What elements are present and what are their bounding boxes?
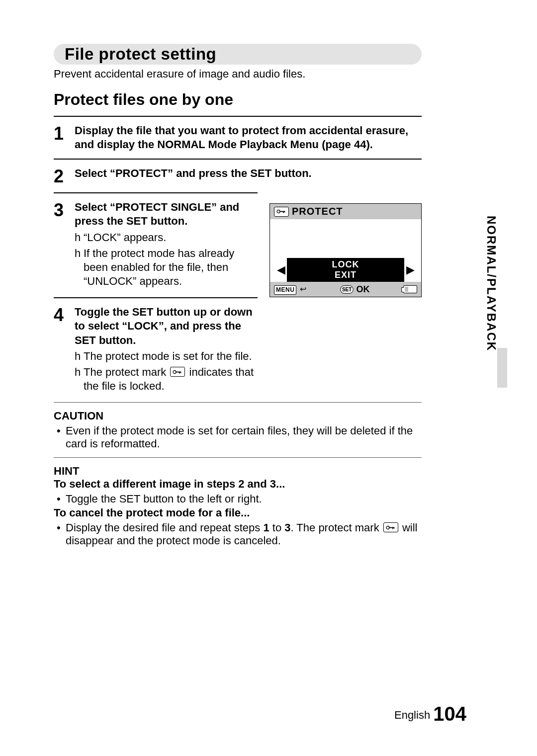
hint-list: Display the desired file and repeat step… — [54, 521, 422, 547]
step-number: 3 — [54, 201, 68, 290]
step-text: Display the file that you want to protec… — [75, 124, 422, 152]
menu-indicator: MENU ↩ — [274, 284, 306, 295]
subheading: Protect files one by one — [54, 90, 422, 109]
half-divider — [54, 297, 258, 298]
text-fragment: to — [269, 521, 285, 534]
svg-rect-5 — [280, 211, 285, 212]
step-text: Toggle the SET button up or down to sele… — [75, 305, 258, 395]
svg-rect-6 — [283, 211, 284, 213]
menu-chip: MENU — [274, 285, 296, 295]
divider — [54, 159, 422, 160]
side-tab-label: NORMAL/PLAYBACK — [484, 216, 498, 351]
list-item: The protect mode is set for the file. — [84, 349, 258, 363]
protect-key-icon — [170, 367, 185, 377]
screen-select-row: ◀ LOCK EXIT ▶ — [270, 258, 421, 282]
left-arrow-icon: ◀ — [275, 263, 287, 276]
right-arrow-icon: ▶ — [404, 263, 416, 276]
hint-list: Toggle the SET button to the left or rig… — [54, 493, 422, 505]
camera-screen: PROTECT ◀ LOCK EXIT ▶ MENU — [269, 203, 422, 297]
set-badge: SET — [340, 285, 354, 294]
half-divider — [54, 192, 258, 193]
caution-list: Even if the protect mode is set for cert… — [54, 424, 422, 450]
battery-icon — [403, 285, 417, 293]
steps-left-column: 3 Select “PROTECT SINGLE” and press the … — [54, 200, 258, 395]
text-fragment: . The protect mark — [291, 521, 382, 534]
caution-heading: CAUTION — [54, 410, 422, 422]
thin-divider — [54, 402, 422, 403]
step-title: Toggle the SET button up or down to sele… — [75, 306, 253, 346]
ok-indicator: SET OK — [340, 284, 369, 295]
return-arrow-icon: ↩ — [300, 285, 306, 293]
page-number: 104 — [433, 703, 466, 725]
screen-title: PROTECT — [292, 206, 343, 217]
svg-point-4 — [277, 210, 280, 213]
step-4: 4 Toggle the SET button up or down to se… — [54, 305, 258, 395]
list-item: The protect mark indicates that the file… — [84, 365, 258, 393]
manual-page: File protect setting Prevent accidental … — [0, 0, 537, 756]
page-footer: English 104 — [394, 703, 466, 725]
step-sub-list: “LOCK” appears. If the protect mode has … — [75, 231, 258, 289]
thin-divider — [54, 457, 422, 458]
list-item: Display the desired file and repeat step… — [66, 521, 422, 547]
ok-label: OK — [356, 284, 369, 295]
list-item: “LOCK” appears. — [84, 231, 258, 245]
svg-rect-10 — [392, 527, 393, 529]
thumb-index-mark — [497, 348, 507, 388]
svg-rect-11 — [394, 527, 395, 528]
screen-header: PROTECT — [270, 204, 421, 219]
svg-point-8 — [386, 526, 389, 529]
footer-language: English — [394, 709, 430, 721]
step-number: 4 — [54, 306, 68, 395]
hint-subheading: To select a different image in steps 2 a… — [54, 478, 422, 491]
protect-key-icon — [383, 522, 398, 532]
text-fragment: The protect mark — [84, 366, 169, 378]
svg-rect-1 — [176, 371, 181, 372]
list-item: Toggle the SET button to the left or rig… — [66, 493, 422, 505]
step-3: 3 Select “PROTECT SINGLE” and press the … — [54, 200, 258, 290]
svg-rect-2 — [179, 371, 180, 373]
screen-option: LOCK — [287, 259, 404, 270]
hint-subheading: To cancel the protect mode for a file... — [54, 506, 422, 519]
hint-heading: HINT — [54, 465, 422, 478]
text-fragment: Display the desired file and repeat step… — [66, 521, 263, 534]
intro-text: Prevent accidental erasure of image and … — [54, 68, 422, 81]
svg-rect-7 — [284, 211, 285, 213]
protect-key-icon — [274, 207, 289, 217]
step-text: Select “PROTECT” and press the SET butto… — [75, 167, 422, 185]
screen-body — [270, 219, 421, 258]
screen-option: EXIT — [287, 270, 404, 280]
section-title: File protect setting — [65, 45, 216, 63]
step-2: 2 Select “PROTECT” and press the SET but… — [54, 167, 422, 185]
screen-footer: MENU ↩ SET OK — [270, 282, 421, 297]
step-number: 2 — [54, 168, 68, 185]
step-number: 1 — [54, 125, 68, 152]
svg-point-0 — [173, 370, 176, 373]
section-header: File protect setting — [54, 44, 422, 65]
step-1: 1 Display the file that you want to prot… — [54, 124, 422, 152]
list-item: If the protect mode has already been ena… — [84, 247, 258, 288]
svg-rect-3 — [180, 371, 181, 373]
bold-number: 1 — [263, 521, 269, 534]
step-title: Select “PROTECT SINGLE” and press the SE… — [75, 201, 239, 227]
content-column: File protect setting Prevent accidental … — [54, 44, 422, 547]
step-sub-list: The protect mode is set for the file. Th… — [75, 349, 258, 393]
list-item: Even if the protect mode is set for cert… — [66, 424, 422, 450]
bold-number: 3 — [284, 521, 290, 534]
step-text: Select “PROTECT SINGLE” and press the SE… — [75, 200, 258, 290]
screen-selection: LOCK EXIT — [287, 258, 404, 282]
divider — [54, 116, 422, 117]
svg-rect-9 — [389, 527, 394, 528]
step-3-4-group: 3 Select “PROTECT SINGLE” and press the … — [54, 200, 422, 395]
